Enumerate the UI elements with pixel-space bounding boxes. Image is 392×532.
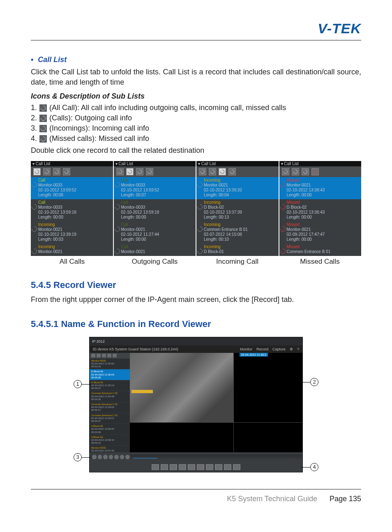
rv-video-frame — [130, 353, 233, 422]
rv-record-item[interactable]: Commen Entrance C 0102-04-2012 11:03:060… — [90, 402, 130, 413]
gear-icon[interactable]: ⚙ — [290, 347, 293, 351]
record-viewer-screenshot: IP 2012 ID device K5 System Guard Statio… — [89, 337, 303, 472]
panel-icon-bar — [31, 166, 113, 177]
call-record[interactable]: CallMonitor-003302-10-2012 13:59:18Lengt… — [114, 199, 196, 221]
panel-icon-bar — [279, 166, 362, 177]
fullscreen-icon[interactable] — [233, 464, 240, 470]
call-filter-icon[interactable] — [282, 168, 289, 175]
call-list-panel: Call ListCallMonitor-003302-10-2012 13:5… — [114, 161, 196, 256]
icon-list-item: 4. (Missed calls): Missed call info — [31, 134, 361, 143]
panel-icon-bar — [196, 166, 279, 177]
rv-record-item[interactable]: Monitor-003302-04-2012 10:57:4000:00:26 — [90, 446, 130, 452]
call-record[interactable]: IncomingMonitor-002102-10-2012 13:39:20L… — [196, 177, 279, 199]
call-list-panel: Call ListCallMonitor-003302-10-2012 13:5… — [31, 161, 113, 256]
panel-caption: Outgoing Calls — [113, 258, 196, 266]
panel-caption: All Calls — [31, 258, 113, 266]
heading-545: 5.4.5 Record Viewer — [31, 280, 361, 290]
record-list: CallMonitor-003302-10-2012 13:59:52Lengt… — [114, 177, 196, 256]
panel-header[interactable]: Call List — [196, 161, 279, 166]
call-list-panels: Call ListCallMonitor-003302-10-2012 13:5… — [31, 161, 361, 256]
panel-header[interactable]: Call List — [114, 161, 196, 166]
prev-icon[interactable] — [179, 464, 186, 470]
call-filter-icon[interactable] — [33, 168, 41, 175]
call-filter-icon[interactable] — [199, 168, 206, 175]
call-filter-icon[interactable] — [228, 168, 236, 175]
callout-1: 1 — [74, 380, 82, 388]
call-record[interactable]: MissedD Block-0202-10-2012 13:36:43Lengt… — [279, 199, 362, 221]
snapshot-icon[interactable] — [197, 464, 204, 470]
section-heading: • Call List — [31, 55, 361, 64]
call-record[interactable]: CallMonitor-003302-10-2012 13:59:52Lengt… — [31, 177, 113, 199]
layout4-icon[interactable] — [215, 464, 222, 470]
icon-list-item: 3. (Incomings): Incoming call info — [31, 124, 361, 133]
call-filter-icon[interactable] — [219, 168, 226, 175]
panel-header[interactable]: Call List — [31, 161, 113, 166]
call-record[interactable]: IncomingD Block-01 — [196, 244, 279, 256]
rv-playback-toolbar — [90, 462, 302, 472]
call-filter-icon[interactable] — [53, 168, 60, 175]
call-record[interactable]: IncomingMonitor-0021 — [31, 244, 113, 256]
call-record[interactable]: IncomingD Block-0202-10-2012 13:37:39Len… — [196, 199, 279, 221]
call-record[interactable]: IncomingCommen Entrance B 0102-07-2012 1… — [196, 221, 279, 244]
rv-record-item[interactable]: A Block-0202-04-2012 10:58:4200:00:15 — [90, 435, 130, 446]
rv-sidebar: Monitor-003302-04-2012 11:30:0600:02:16D… — [90, 353, 130, 452]
rv-record-item[interactable]: D Block-0102-04-2012 11:30:0300:00:28 — [90, 369, 130, 380]
call-filter-icon[interactable] — [311, 168, 319, 175]
call-filter-icon[interactable] — [116, 168, 124, 175]
icon-description-list: 1. (All Call): All call info including o… — [31, 104, 361, 143]
call-filter-icon[interactable] — [292, 168, 299, 175]
next-icon[interactable] — [188, 464, 195, 470]
page-footer: K5 System Technical Guide Page 135 — [31, 489, 361, 516]
brand-logo: V-TEK — [31, 16, 361, 40]
rv-tab-record[interactable]: Record — [256, 347, 268, 351]
call-filter-icon[interactable] — [209, 168, 216, 175]
layout1-icon[interactable] — [206, 464, 213, 470]
callout-2: 2 — [310, 378, 318, 386]
play-icon[interactable] — [152, 464, 159, 470]
call-filter-icon[interactable] — [136, 168, 143, 175]
call-filter-icon[interactable] — [146, 168, 153, 175]
rv-record-item[interactable]: Commen Entrance C 0102-04-2012 11:04:480… — [90, 391, 130, 402]
rv-record-item[interactable]: D Block-0102-04-2012 11:05:1900:00:07 — [90, 380, 130, 392]
rv-record-item[interactable]: Monitor-003302-04-2012 11:30:0600:02:16 — [90, 359, 130, 370]
rv-device-bar: ID device K5 System Guard Station (192.1… — [90, 345, 302, 353]
record-list: CallMonitor-003302-10-2012 13:59:52Lengt… — [31, 177, 113, 256]
call-filter-icon[interactable] — [126, 168, 134, 175]
call-record[interactable]: CallMonitor-003302-10-2012 13:59:52Lengt… — [114, 177, 196, 199]
call-record[interactable]: CallMonitor-002102-10-2012 11:27:44Lengt… — [114, 221, 196, 244]
intro-paragraph: Click the Call List tab to unfold the li… — [31, 67, 361, 87]
call-record[interactable]: CallMonitor-0021 — [114, 244, 196, 256]
panel-icon-bar — [114, 166, 196, 177]
rv-record-item[interactable]: Commen Entrance C 0102-04-2012 11:02:510… — [90, 413, 130, 424]
call-record[interactable]: IncomingMonitor-002102-10-2012 13:39:19L… — [31, 221, 113, 244]
phone-icon — [39, 135, 47, 143]
icon-list-item: 2. (Calls): Outgoing call info — [31, 114, 361, 122]
phone-icon — [39, 104, 47, 112]
heading-5451: 5.4.5.1 Name & Function in Record Viewer — [31, 319, 361, 329]
rv-timeline[interactable] — [90, 452, 302, 462]
call-record[interactable]: MissedMonitor-002102-09-2012 17:47:47Len… — [279, 221, 362, 244]
call-record[interactable]: MissedMonitor-002102-10-2012 13:38:43Len… — [279, 177, 362, 199]
call-filter-icon[interactable] — [43, 168, 51, 175]
panel-header[interactable]: Call List — [279, 161, 362, 166]
header-rule — [31, 40, 361, 41]
help-icon[interactable]: ? — [297, 347, 299, 351]
rv-record-item[interactable]: A Block-0202-04-2012 10:59:0500:03:39 — [90, 424, 130, 435]
panel-caption: Missed Calls — [279, 258, 361, 266]
record-list: IncomingMonitor-002102-10-2012 13:39:20L… — [196, 177, 279, 256]
stop-icon[interactable] — [170, 464, 177, 470]
call-filter-icon[interactable] — [302, 168, 309, 175]
footer-page-number: Page 135 — [330, 495, 361, 503]
panel-captions: All CallsOutgoing CallsIncoming CallMiss… — [31, 258, 361, 266]
pause-icon[interactable] — [161, 464, 168, 470]
rv-tab-monitor[interactable]: Monitor — [240, 347, 252, 351]
callout-4: 4 — [310, 463, 318, 471]
rv-tab-capture[interactable]: Capture — [272, 347, 286, 351]
heading-545-body: From the right uppper corner of the IP-A… — [31, 295, 361, 304]
record-list: MissedMonitor-002102-10-2012 13:38:43Len… — [279, 177, 362, 256]
layout9-icon[interactable] — [224, 464, 231, 470]
call-filter-icon[interactable] — [63, 168, 70, 175]
call-record[interactable]: MissedCommen Entrance B 01 — [279, 244, 362, 256]
call-record[interactable]: CallMonitor-003302-10-2012 13:59:18Lengt… — [31, 199, 113, 221]
rv-window-title: IP 2012 — [90, 337, 302, 345]
